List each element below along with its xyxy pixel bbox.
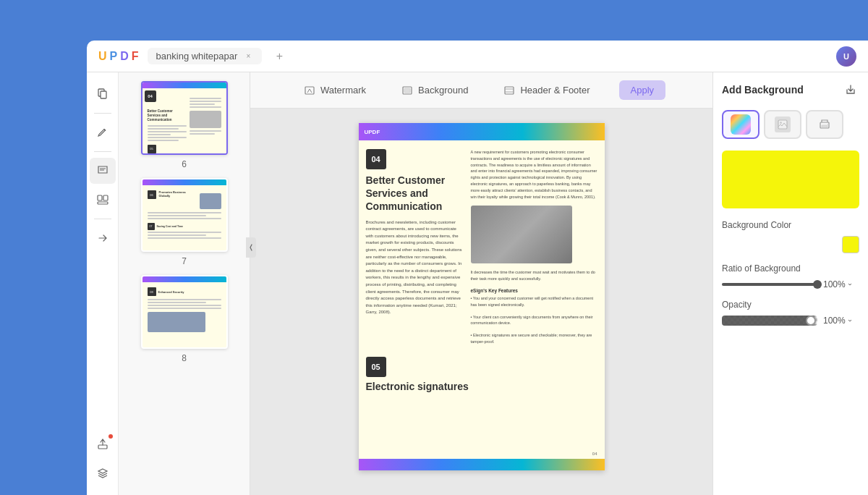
opacity-slider-track[interactable] xyxy=(722,316,817,326)
logo-f: F xyxy=(132,50,139,63)
apply-button[interactable]: Apply xyxy=(619,80,666,100)
pdf-section-04: 04 xyxy=(366,149,386,169)
thumbnail-card-8[interactable]: 08 Enhanced Security xyxy=(141,275,228,349)
toolbar-divider-2 xyxy=(94,151,111,152)
top-toolbar: Watermark Background Header & Footer App… xyxy=(250,72,712,109)
pdf-page-number: 04 xyxy=(592,452,597,456)
watermark-icon xyxy=(303,84,316,97)
ratio-slider-thumb[interactable] xyxy=(813,280,822,289)
thumb-right-text-6 xyxy=(190,98,221,108)
convert-icon[interactable] xyxy=(90,225,116,251)
logo-p: P xyxy=(110,50,118,63)
print-type-button[interactable] xyxy=(806,110,843,139)
svg-rect-2 xyxy=(98,195,102,200)
type-selector xyxy=(722,110,859,139)
pdf-title-2: Electronic signatures xyxy=(366,380,597,393)
pdf-logo: UPDF xyxy=(365,129,380,135)
left-toolbar xyxy=(87,72,119,495)
logo-u: U xyxy=(98,50,107,63)
thumb-content-7: 06 Promotes Business Globally 07 xyxy=(142,185,226,250)
right-panel-title: Add Background xyxy=(722,84,804,96)
opacity-slider-thumb[interactable] xyxy=(806,316,816,326)
right-panel-header: Add Background xyxy=(722,81,859,98)
toolbar-divider-1 xyxy=(94,113,111,114)
panel-export-icon[interactable] xyxy=(842,81,859,98)
main-content-area: UPDF 04 Better Customer Services and Com… xyxy=(250,109,712,495)
pdf-main-title: Better Customer Services and Communicati… xyxy=(366,174,464,213)
pdf-right-text-1: A new requirement for customers promotin… xyxy=(471,149,597,200)
svg-rect-5 xyxy=(98,445,107,449)
color-type-button[interactable] xyxy=(722,110,760,139)
opacity-value-dropdown[interactable]: 100% xyxy=(823,316,859,326)
svg-rect-8 xyxy=(404,88,410,93)
pdf-header-bar: UPDF xyxy=(359,123,605,140)
pdf-feature-1: • You and your concerned customer will g… xyxy=(471,295,597,308)
color-preview-area xyxy=(722,151,859,208)
app-logo: UPDF xyxy=(98,50,139,63)
ratio-slider-fill xyxy=(722,283,817,286)
thumbnail-card-6[interactable]: 04 Better Customer Services and Communic… xyxy=(141,81,228,155)
ratio-slider-track[interactable] xyxy=(722,283,817,286)
image-type-button[interactable] xyxy=(764,110,801,139)
pdf-feature-2: • Your client can conveniently sign docu… xyxy=(471,314,597,327)
svg-rect-13 xyxy=(822,125,827,127)
background-icon xyxy=(401,84,414,97)
svg-point-11 xyxy=(780,122,782,124)
pdf-feature-3: • Electronic signatures are secure and c… xyxy=(471,332,597,345)
background-button[interactable]: Background xyxy=(395,80,474,101)
edit-icon[interactable] xyxy=(90,119,116,145)
title-bar: UPDF banking whitepapar × + U xyxy=(87,41,868,72)
layers-icon[interactable] xyxy=(90,460,116,486)
thumbnail-card-7[interactable]: 06 Promotes Business Globally 07 xyxy=(141,178,228,252)
thumb-security-img xyxy=(148,312,205,332)
thumb-body-lines-7 xyxy=(148,212,221,219)
svg-rect-4 xyxy=(98,202,108,204)
color-gradient-icon xyxy=(731,114,751,135)
avatar[interactable]: U xyxy=(836,46,856,67)
ratio-label: Ratio of Background xyxy=(722,263,859,274)
opacity-setting-row: Opacity 100% xyxy=(722,300,859,326)
watermark-label: Watermark xyxy=(320,85,366,96)
svg-point-14 xyxy=(827,124,829,125)
thumb-title-6: Better Customer Services and Communicati… xyxy=(148,109,187,122)
document-tab[interactable]: banking whitepapar × xyxy=(148,48,263,64)
thumbnail-number-8: 8 xyxy=(182,353,187,363)
thumb-section2-6: 05 Electronic signatures xyxy=(145,145,224,155)
toolbar-divider-3 xyxy=(94,219,111,219)
ratio-slider-row: 100% xyxy=(722,279,859,289)
add-tab-button[interactable]: + xyxy=(271,48,288,65)
svg-rect-1 xyxy=(101,91,106,98)
opacity-fill xyxy=(722,316,817,326)
svg-rect-3 xyxy=(103,195,108,200)
opacity-value: 100% xyxy=(823,316,846,326)
tab-close-icon[interactable]: × xyxy=(243,51,253,62)
pages-icon[interactable] xyxy=(90,81,116,107)
thumb-image-6 xyxy=(190,111,221,128)
export-icon[interactable] xyxy=(90,431,116,457)
svg-rect-9 xyxy=(505,87,514,94)
opacity-label: Opacity xyxy=(722,300,859,310)
thumb-content-6: 04 Better Customer Services and Communic… xyxy=(142,88,226,153)
thumb-section2-7: 07 Saving Cost and Time xyxy=(148,223,221,239)
background-color-label: Background Color xyxy=(722,220,859,230)
pdf-esign-title: eSign's Key Features xyxy=(471,288,597,293)
image-placeholder-icon xyxy=(775,117,791,132)
opacity-slider-row: 100% xyxy=(722,316,859,326)
pdf-body: 04 Better Customer Services and Communic… xyxy=(359,140,605,351)
svg-rect-6 xyxy=(305,87,314,94)
ratio-value-dropdown[interactable]: 100% xyxy=(823,279,859,289)
pdf-right-col: A new requirement for customers promotin… xyxy=(471,140,605,351)
organize-icon[interactable] xyxy=(90,187,116,213)
pdf-page: UPDF 04 Better Customer Services and Com… xyxy=(359,123,605,470)
color-swatch[interactable] xyxy=(842,236,859,253)
background-color-row: Background Color xyxy=(722,220,859,253)
thumb-header-bar-7 xyxy=(142,179,226,185)
thumbnail-item-7[interactable]: 06 Promotes Business Globally 07 xyxy=(124,178,244,266)
panel-collapse-handle[interactable] xyxy=(246,237,256,258)
comment-icon[interactable] xyxy=(90,158,116,184)
thumbnail-item-8[interactable]: 08 Enhanced Security 8 xyxy=(124,275,244,363)
thumbnail-item-6[interactable]: 04 Better Customer Services and Communic… xyxy=(124,81,244,169)
right-panel: Add Background Background Color xyxy=(712,72,868,495)
header-footer-button[interactable]: Header & Footer xyxy=(497,80,595,101)
watermark-button[interactable]: Watermark xyxy=(297,80,372,101)
